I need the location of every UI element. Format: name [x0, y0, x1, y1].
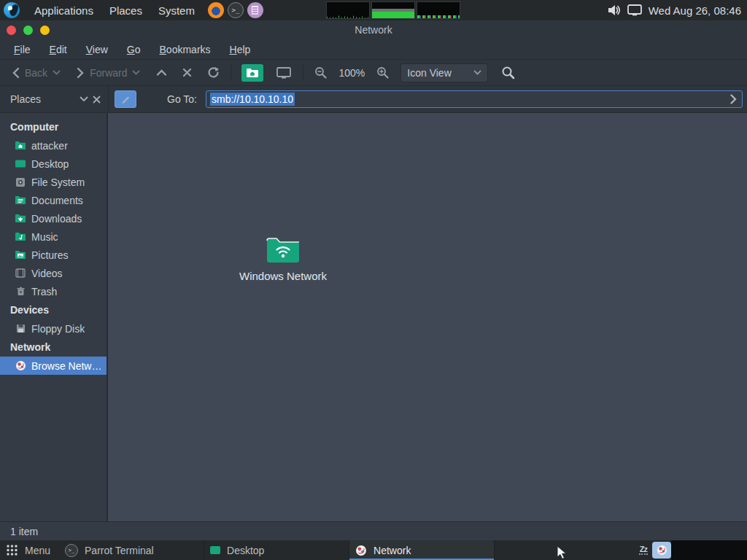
search-button[interactable] [497, 63, 519, 82]
computer-icon [276, 66, 292, 79]
close-sidebar-icon[interactable] [93, 96, 101, 104]
documents-folder-icon [15, 195, 26, 206]
back-history-chevron-icon[interactable] [53, 70, 61, 75]
system-monitor-applet[interactable] [326, 1, 460, 19]
sidebar-item-trash[interactable]: Trash [0, 282, 107, 300]
sidebar-item-attacker[interactable]: attacker [0, 136, 107, 155]
task-parrot-terminal[interactable]: >_ Parrot Terminal [59, 540, 204, 560]
sidebar-item-browse-network[interactable]: Browse Netw… [0, 357, 107, 375]
computer-button[interactable] [271, 63, 296, 82]
up-button[interactable] [152, 66, 171, 79]
sidebar-mode-selector: Places [0, 93, 108, 105]
taskbar-menu-button[interactable]: Menu [0, 540, 59, 560]
back-button[interactable]: Back [7, 64, 65, 82]
app-grid-icon [6, 544, 18, 556]
music-folder-icon [15, 231, 26, 243]
zoom-level[interactable]: 100% [338, 67, 365, 79]
search-icon [501, 66, 515, 79]
menu-bookmarks[interactable]: Bookmarks [152, 42, 219, 58]
home-button[interactable] [241, 64, 263, 82]
terminal-icon: >_ [65, 544, 78, 557]
clock[interactable]: Wed Aug 26, 08:46 [649, 4, 741, 17]
desktop-icon [210, 546, 220, 554]
up-arrow-icon [156, 69, 167, 76]
location-entry-area: Go To: smb://10.10.10.10 [108, 86, 747, 112]
menu-system[interactable]: System [151, 1, 202, 20]
panel-left-group: Applications Places System >_ [0, 1, 263, 20]
window-title: Network [0, 24, 747, 36]
titlebar[interactable]: Network [0, 20, 747, 39]
places-chevron-icon[interactable] [80, 96, 88, 102]
file-view[interactable]: Windows Network [108, 113, 747, 521]
desktop-icon [15, 158, 26, 170]
network-graph[interactable] [417, 1, 460, 19]
stop-button[interactable] [178, 65, 196, 80]
menu-go[interactable]: Go [119, 42, 149, 58]
memory-graph[interactable] [371, 1, 415, 19]
top-panel: Applications Places System >_ Wed Aug [0, 0, 747, 20]
terminal-launcher-icon[interactable]: >_ [228, 2, 244, 18]
zoom-in-icon [376, 66, 389, 79]
file-windows-network[interactable]: Windows Network [238, 236, 328, 282]
sidebar-item-file-system[interactable]: File System [0, 173, 107, 191]
menu-view[interactable]: View [78, 42, 116, 58]
back-chevron-icon [12, 67, 20, 79]
stop-x-icon [182, 68, 192, 77]
sidebar-item-documents[interactable]: Documents [0, 191, 107, 209]
pencil-icon [120, 94, 131, 104]
text-editor-launcher-icon[interactable] [247, 2, 263, 18]
places-sidebar: Computer attacker Desktop [0, 113, 108, 521]
sidebar-header-computer: Computer [0, 117, 107, 136]
file-manager-window: Network File Edit View Go Bookmarks Help… [0, 20, 747, 540]
go-arrow-icon[interactable] [729, 93, 738, 105]
menu-applications[interactable]: Applications [27, 1, 101, 20]
location-input[interactable]: smb://10.10.10.10 [206, 90, 743, 108]
toolbar-separator [231, 65, 231, 81]
menu-help[interactable]: Help [222, 42, 259, 58]
task-desktop[interactable]: Desktop [204, 540, 349, 560]
view-mode-dropdown[interactable]: Icon View [400, 63, 488, 82]
task-network[interactable]: Network [349, 540, 495, 560]
videos-icon [15, 268, 26, 279]
taskbar-menu-label: Menu [25, 545, 50, 556]
menubar: File Edit View Go Bookmarks Help [0, 39, 747, 59]
sidebar-item-pictures[interactable]: Pictures [0, 246, 107, 264]
tray-keyboard-zz-icon[interactable]: Zz [639, 545, 648, 555]
menu-places[interactable]: Places [102, 1, 150, 20]
network-icon [355, 545, 367, 556]
zoom-in-button[interactable] [372, 63, 393, 82]
display-icon[interactable] [627, 4, 642, 16]
chevron-down-icon [473, 70, 481, 75]
system-tray: Zz [639, 540, 671, 560]
menu-file[interactable]: File [6, 42, 39, 58]
sidebar-header-network: Network [0, 338, 107, 357]
forward-chevron-icon [77, 67, 85, 79]
trash-icon [15, 286, 26, 298]
location-bar: Places Go To: smb://10.10.10.10 [0, 85, 747, 112]
reload-icon [207, 66, 220, 79]
firefox-launcher-icon[interactable] [208, 2, 224, 18]
sidebar-item-music[interactable]: Music [0, 228, 107, 246]
volume-icon[interactable] [608, 4, 621, 16]
edit-location-toggle-button[interactable] [115, 90, 136, 108]
cpu-graph[interactable] [326, 1, 370, 19]
tray-network-places-icon[interactable] [652, 542, 671, 559]
toolbar-separator [303, 65, 303, 81]
sidebar-item-floppy-disk[interactable]: Floppy Disk [0, 319, 107, 338]
sidebar-item-videos[interactable]: Videos [0, 264, 107, 282]
toolbar: Back Forward [0, 59, 747, 85]
sidebar-item-downloads[interactable]: Downloads [0, 209, 107, 228]
zoom-out-button[interactable] [310, 63, 331, 82]
zoom-out-icon [314, 66, 327, 79]
menu-edit[interactable]: Edit [42, 42, 75, 58]
parrot-logo-icon[interactable] [4, 2, 20, 18]
location-input-selected-text: smb://10.10.10.10 [210, 93, 295, 106]
places-dropdown[interactable]: Places [10, 93, 41, 105]
forward-history-chevron-icon[interactable] [132, 70, 140, 75]
filesystem-drive-icon [15, 176, 26, 188]
sidebar-item-desktop[interactable]: Desktop [0, 155, 107, 173]
forward-button[interactable]: Forward [72, 64, 144, 82]
reload-button[interactable] [203, 63, 224, 82]
pictures-folder-icon [15, 249, 26, 261]
sidebar-header-devices: Devices [0, 300, 107, 319]
